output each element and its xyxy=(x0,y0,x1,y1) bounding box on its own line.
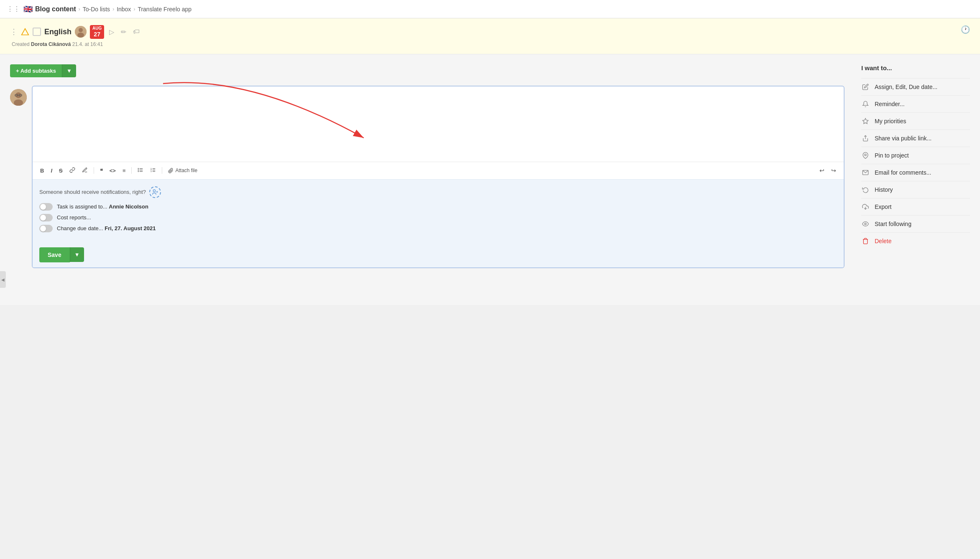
strikethrough-button[interactable]: S xyxy=(56,166,65,175)
bullet-list-button[interactable] xyxy=(135,165,146,176)
created-by: Dorota Cikánová xyxy=(31,41,71,47)
comment-editor[interactable]: B I S ❝ <> ≡ xyxy=(32,86,845,268)
numbered-list-button[interactable]: 123 xyxy=(148,165,158,176)
svg-point-30 xyxy=(865,223,866,225)
sidebar-item-history[interactable]: History xyxy=(861,181,970,198)
play-icon[interactable]: ▷ xyxy=(107,27,116,37)
sidebar-label-delete: Delete xyxy=(875,238,891,244)
align-button[interactable]: ≡ xyxy=(120,166,128,175)
notif-row-3: Change due date... Fri, 27. August 2021 xyxy=(39,225,837,232)
svg-point-2 xyxy=(79,28,83,32)
sidebar-label-export: Export xyxy=(875,203,891,210)
share-icon xyxy=(861,134,870,142)
due-month: Aug xyxy=(92,26,102,31)
notif-toggle-1[interactable] xyxy=(39,203,53,211)
email-icon xyxy=(861,168,870,177)
task-header-row: ⋮ English Aug 27 ▷ xyxy=(10,25,141,39)
comment-area: B I S ❝ <> ≡ xyxy=(10,86,845,268)
attach-file-label: Attach file xyxy=(175,168,197,173)
attach-file-button[interactable]: Attach file xyxy=(166,166,200,175)
save-row: Save ▼ xyxy=(33,242,844,267)
task-title: English xyxy=(44,28,71,36)
italic-button[interactable]: I xyxy=(48,166,55,175)
pin-icon xyxy=(861,151,870,160)
sidebar-label-pin: Pin to project xyxy=(875,152,909,159)
link-button[interactable] xyxy=(67,165,78,176)
notif-label-1: Task is assigned to... Annie Nicolson xyxy=(57,203,148,210)
sidebar-label-reminder: Reminder... xyxy=(875,101,905,107)
breadcrumb-todo[interactable]: To-Do lists xyxy=(83,6,110,13)
sidebar-label-share: Share via public link... xyxy=(875,135,932,142)
svg-point-14 xyxy=(138,170,139,170)
task-header-left: ⋮ English Aug 27 ▷ xyxy=(10,25,141,47)
notif-header: Someone should receive notifications, ri… xyxy=(39,186,837,198)
sidebar-menu: Assign, Edit, Due date... Reminder... My… xyxy=(861,78,970,249)
svg-point-22 xyxy=(153,190,155,192)
due-date-badge[interactable]: Aug 27 xyxy=(90,25,104,39)
priority-icon[interactable] xyxy=(21,28,29,36)
toolbar-sep-1 xyxy=(94,167,94,174)
undo-button[interactable]: ↩ xyxy=(817,165,827,175)
add-subtasks-button[interactable]: + Add subtasks xyxy=(10,64,62,77)
task-dots-icon[interactable]: ⋮ xyxy=(10,27,18,36)
history-icon xyxy=(861,185,870,194)
save-button[interactable]: Save xyxy=(39,247,70,262)
notif-question: Someone should receive notifications, ri… xyxy=(39,189,146,195)
created-date: 21.4. at 16:41 xyxy=(72,41,103,47)
svg-point-3 xyxy=(77,33,84,38)
code-button[interactable]: <> xyxy=(107,166,118,175)
sidebar-item-reminder[interactable]: Reminder... xyxy=(861,96,970,113)
sidebar-label-history: History xyxy=(875,186,893,193)
content-body: + Add subtasks ▼ xyxy=(0,54,980,305)
sidebar-item-delete[interactable]: Delete xyxy=(861,233,970,249)
svg-text:3: 3 xyxy=(151,170,152,172)
task-header: ⋮ English Aug 27 ▷ xyxy=(0,18,980,54)
sidebar-item-pin[interactable]: Pin to project xyxy=(861,147,970,164)
sidebar-item-follow[interactable]: Start following xyxy=(861,216,970,233)
top-nav: ⋮⋮ 🇬🇧 Blog content › To-Do lists › Inbox… xyxy=(0,0,980,18)
sidebar-item-priorities[interactable]: My priorities xyxy=(861,113,970,130)
created-prefix: Created xyxy=(12,41,30,47)
export-icon xyxy=(861,203,870,211)
editor-toolbar: B I S ❝ <> ≡ xyxy=(33,162,844,179)
add-subtasks-dropdown[interactable]: ▼ xyxy=(62,64,76,77)
svg-marker-0 xyxy=(22,29,29,35)
sidebar-item-export[interactable]: Export xyxy=(861,198,970,216)
add-person-icon[interactable] xyxy=(149,186,161,198)
app-title: Blog content xyxy=(35,5,76,13)
right-sidebar: I want to... Assign, Edit, Due date... R… xyxy=(861,64,970,295)
notif-toggle-2[interactable] xyxy=(39,214,53,221)
sidebar-item-assign[interactable]: Assign, Edit, Due date... xyxy=(861,78,970,96)
task-checkbox[interactable] xyxy=(33,28,41,36)
sidebar-item-share[interactable]: Share via public link... xyxy=(861,130,970,147)
tag-icon[interactable]: 🏷 xyxy=(131,27,141,36)
notif-row-1: Task is assigned to... Annie Nicolson xyxy=(39,203,837,211)
bell-icon xyxy=(861,100,870,108)
sidebar-item-email[interactable]: Email for comments... xyxy=(861,164,970,181)
add-subtasks-container: + Add subtasks ▼ xyxy=(10,64,845,77)
clock-icon[interactable]: 🕐 xyxy=(961,25,970,34)
star-icon xyxy=(861,117,870,125)
breadcrumb-translate[interactable]: Translate Freelo app xyxy=(138,6,191,13)
user-avatar xyxy=(10,89,27,106)
breadcrumb: 🇬🇧 Blog content › To-Do lists › Inbox › … xyxy=(23,5,191,14)
notif-label-3: Change due date... Fri, 27. August 2021 xyxy=(57,225,156,231)
editor-content-area[interactable] xyxy=(33,86,844,162)
sidebar-label-assign: Assign, Edit, Due date... xyxy=(875,84,937,90)
main-area: + Add subtasks ▼ xyxy=(10,64,845,295)
drag-icon: ⋮⋮ xyxy=(7,5,20,13)
scroll-tab[interactable]: ◀ xyxy=(0,271,6,288)
edit-icon[interactable]: ✏ xyxy=(119,27,128,37)
svg-point-27 xyxy=(865,154,866,155)
pencil-icon xyxy=(861,83,870,91)
breadcrumb-inbox[interactable]: Inbox xyxy=(117,6,131,13)
notif-toggle-3[interactable] xyxy=(39,225,53,232)
blockquote-button[interactable]: ❝ xyxy=(97,166,105,175)
highlight-button[interactable] xyxy=(79,165,90,176)
sidebar-label-priorities: My priorities xyxy=(875,118,906,125)
redo-button[interactable]: ↪ xyxy=(829,165,839,175)
assignee-avatar[interactable] xyxy=(75,26,87,38)
toolbar-sep-2 xyxy=(131,167,132,174)
bold-button[interactable]: B xyxy=(38,166,46,175)
save-dropdown-button[interactable]: ▼ xyxy=(70,247,84,262)
